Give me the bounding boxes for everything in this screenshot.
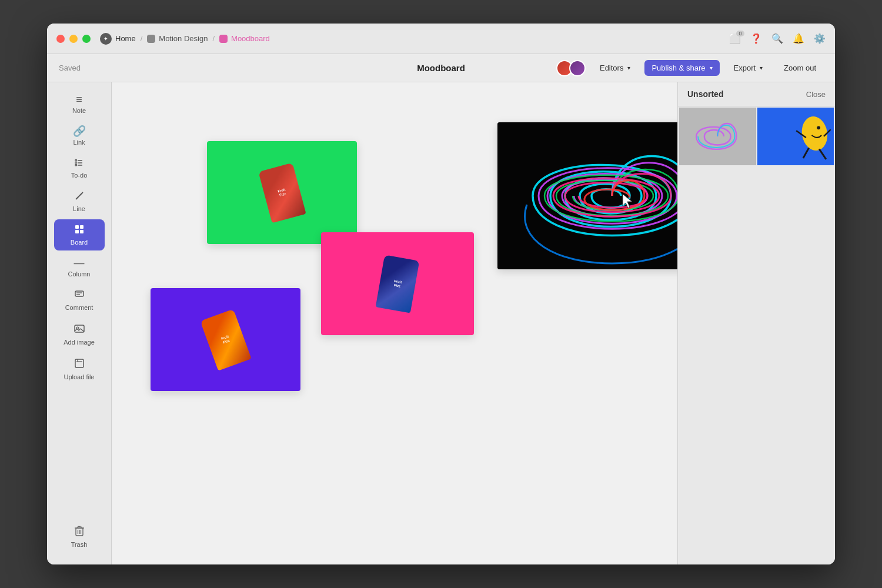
upload-label: Upload file (64, 373, 95, 380)
editors-avatars (556, 60, 586, 76)
canvas-card-spiral[interactable] (497, 122, 677, 269)
svg-rect-4 (75, 162, 77, 164)
svg-rect-11 (75, 291, 83, 296)
breadcrumb-sep-1: / (141, 34, 143, 43)
panel-grid (678, 106, 835, 166)
panel-thumb-spiral-svg (679, 108, 756, 165)
toolbar-wrapper: Saved Moodboard Editors ▾ Publish & shar… (59, 60, 823, 76)
svg-rect-7 (75, 225, 79, 229)
editors-button[interactable]: Editors ▾ (593, 60, 637, 76)
canvas[interactable]: FruitFizz FruitFizz FruitFizz (112, 82, 677, 564)
toolbar: Saved Moodboard Editors ▾ Publish & shar… (47, 54, 835, 82)
saved-status: Saved (59, 64, 81, 72)
board-label: Board (71, 239, 88, 246)
board-icon (74, 224, 85, 236)
sidebar-item-comment[interactable]: Comment (54, 285, 105, 316)
svg-rect-3 (75, 160, 77, 162)
search-icon[interactable]: 🔍 (771, 33, 783, 44)
close-button[interactable] (56, 35, 65, 43)
column-label: Column (68, 270, 91, 278)
sidebar-item-upload[interactable]: Upload file (54, 353, 105, 385)
panel-close-button[interactable]: Close (806, 90, 826, 99)
todo-label: To-do (71, 172, 88, 179)
panel-thumb-spiral-gray[interactable] (679, 108, 756, 165)
add-image-label: Add image (64, 339, 95, 346)
breadcrumb-moodboard[interactable]: Moodboard (219, 34, 270, 43)
svg-line-6 (76, 192, 83, 199)
svg-rect-10 (80, 230, 83, 233)
line-label: Line (73, 205, 85, 212)
titlebar-right: ⬜ 0 ❓ 🔍 🔔 ⚙️ (729, 33, 826, 44)
sidebar-item-add-image[interactable]: Add image (54, 318, 105, 350)
sidebar-item-trash[interactable]: Trash (54, 520, 105, 553)
sidebar-item-link[interactable]: 🔗 Link (54, 121, 105, 151)
note-label: Note (72, 107, 86, 114)
svg-rect-5 (75, 165, 77, 166)
can-container-purple: FruitFizz (151, 288, 300, 391)
sidebar-item-note[interactable]: ≡ Note (54, 89, 105, 119)
column-icon: — (74, 258, 85, 268)
document-title: Moodboard (417, 63, 465, 73)
editors-chevron: ▾ (627, 65, 630, 71)
comment-label: Comment (65, 304, 93, 311)
toolbar-right: Editors ▾ Publish & share ▾ Export ▾ Zoo… (556, 60, 823, 76)
breadcrumb-home[interactable]: ✦ Home (100, 33, 136, 45)
maximize-button[interactable] (82, 35, 91, 43)
window-controls (56, 35, 91, 43)
svg-rect-9 (75, 230, 79, 233)
canvas-card-green[interactable]: FruitFizz (207, 141, 357, 244)
upload-icon (74, 358, 85, 371)
bell-icon[interactable]: 🔔 (793, 33, 804, 44)
device-icon[interactable]: ⬜ 0 (729, 33, 741, 44)
device-count: 0 (736, 31, 744, 36)
home-icon: ✦ (100, 33, 112, 45)
comment-icon (74, 289, 85, 302)
panel-thumb-char-svg (757, 108, 834, 165)
add-image-icon (74, 323, 85, 336)
svg-rect-16 (75, 359, 83, 368)
breadcrumb-dot-gray (147, 35, 155, 43)
svg-point-32 (817, 126, 820, 129)
can-container-green: FruitFizz (207, 141, 357, 244)
panel-thumb-blue-char[interactable] (757, 108, 834, 165)
line-icon (74, 191, 85, 203)
sidebar-item-todo[interactable]: To-do (54, 153, 105, 183)
breadcrumb: ✦ Home / Motion Design / Moodboard (100, 33, 270, 45)
breadcrumb-motion-design[interactable]: Motion Design (147, 34, 208, 43)
breadcrumb-sep-2: / (212, 34, 215, 43)
canvas-card-purple[interactable]: FruitFizz (151, 288, 300, 391)
sidebar-item-line[interactable]: Line (54, 186, 105, 217)
can-orange: FruitFizz (200, 309, 251, 370)
panel-header: Unsorted Close (678, 82, 835, 106)
can-blue: FruitFizz (376, 255, 420, 313)
help-icon[interactable]: ❓ (750, 33, 762, 44)
main-area: ≡ Note 🔗 Link To-do Line (47, 82, 835, 564)
sidebar-item-column[interactable]: — Column (54, 253, 105, 282)
trash-label: Trash (71, 541, 88, 548)
panel-title: Unsorted (687, 89, 723, 99)
app-window: ✦ Home / Motion Design / Moodboard ⬜ 0 ❓ (47, 24, 835, 564)
trash-icon (74, 525, 85, 539)
settings-icon[interactable]: ⚙️ (814, 33, 826, 44)
titlebar: ✦ Home / Motion Design / Moodboard ⬜ 0 ❓ (47, 24, 835, 54)
export-button[interactable]: Export ▾ (727, 60, 770, 76)
canvas-card-pink[interactable]: FruitFizz (321, 232, 474, 335)
can-red: FruitFizz (258, 162, 306, 222)
svg-rect-8 (80, 225, 83, 229)
breadcrumb-motion-label: Motion Design (159, 34, 208, 43)
publish-chevron: ▾ (710, 65, 713, 71)
link-label: Link (73, 139, 85, 146)
sidebar-item-board[interactable]: Board (54, 219, 105, 250)
svg-rect-27 (497, 122, 677, 269)
publish-button[interactable]: Publish & share ▾ (644, 60, 719, 76)
note-icon: ≡ (76, 94, 82, 105)
zoom-out-button[interactable]: Zoom out (777, 60, 823, 76)
avatar-2 (569, 60, 586, 76)
export-chevron: ▾ (760, 65, 763, 71)
link-icon: 🔗 (73, 126, 86, 136)
sidebar: ≡ Note 🔗 Link To-do Line (47, 82, 112, 564)
breadcrumb-dot-pink (219, 35, 228, 43)
breadcrumb-moodboard-label: Moodboard (231, 34, 270, 43)
minimize-button[interactable] (69, 35, 78, 43)
todo-icon (74, 158, 85, 169)
